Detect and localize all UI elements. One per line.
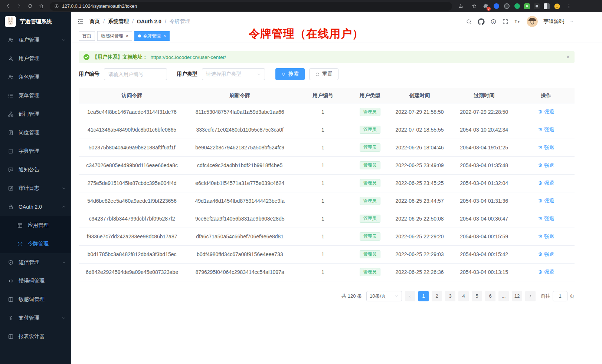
close-icon[interactable]: × [566, 54, 570, 60]
user-name[interactable]: 芋道源码 [543, 18, 564, 25]
people-icon [8, 37, 14, 43]
goto-label: 前往 [541, 293, 550, 300]
more-pages-button[interactable]: ... [498, 291, 509, 301]
sidebar-item-sms[interactable]: 短信管理 [0, 253, 71, 272]
refresh-token: 333ecfc71e02480cb11055c875c3ca0f [185, 121, 294, 139]
created-time: 2022-06-25 22:29:03 [389, 245, 451, 263]
search-button[interactable]: 搜索 [275, 68, 305, 80]
bookmark-star-icon[interactable] [469, 2, 479, 11]
forward-icon[interactable] [14, 2, 24, 11]
force-logout-button[interactable]: 强退 [538, 109, 554, 115]
sidebar-item-post[interactable]: 岗位管理 [0, 123, 71, 142]
fullscreen-icon[interactable] [502, 19, 508, 25]
sidebar-item-oauth2-app[interactable]: 应用管理 [0, 216, 71, 235]
prev-page-button[interactable] [405, 291, 415, 301]
share-icon[interactable] [456, 2, 465, 11]
page-button[interactable]: 4 [458, 291, 469, 301]
force-logout-button[interactable]: 强退 [538, 162, 554, 169]
force-logout-button[interactable]: 强退 [538, 269, 554, 275]
refresh-icon[interactable] [25, 2, 35, 11]
sidebar-item-label: 租户管理 [19, 37, 39, 43]
tags-view: 首页 敏感词管理 × 令牌管理 × [71, 31, 602, 43]
refresh-token: b0df4980ffd34c67a08f9156e4eee733 [185, 245, 294, 263]
sidebar-item-role[interactable]: 角色管理 [0, 68, 71, 86]
sidebar-item-pay[interactable]: 支付管理 [0, 309, 71, 327]
browser-menu-icon[interactable] [564, 2, 574, 11]
extension-icon-split[interactable] [543, 3, 550, 10]
sidebar-item-dept[interactable]: 部门管理 [0, 105, 71, 123]
force-logout-label: 强退 [544, 233, 554, 240]
sidebar-item-error-code[interactable]: 错误码管理 [0, 272, 71, 290]
home-icon[interactable] [36, 2, 46, 11]
doc-link[interactable]: https://doc.iocoder.cn/user-center/ [151, 54, 226, 60]
book-icon [8, 148, 14, 154]
close-icon[interactable]: × [126, 34, 128, 38]
tab-sensitive-word[interactable]: 敏感词管理 × [97, 31, 132, 41]
column-header: 访问令牌 [79, 88, 185, 103]
force-logout-button[interactable]: 强退 [538, 215, 554, 222]
expire-time: 2054-03-04 00:15:42 [451, 245, 517, 263]
table-row: 6d842e2924594de9a09e45e087323abe 8796295… [79, 263, 575, 281]
sidebar-item-report-designer[interactable]: 报表设计器 [0, 327, 71, 346]
extension-icon-green[interactable] [514, 3, 520, 10]
sidebar-item-user[interactable]: 用户管理 [0, 49, 71, 68]
address-bar[interactable]: 127.0.0.1:1024/system/oauth2/token [50, 2, 452, 11]
force-logout-button[interactable]: 强退 [538, 126, 554, 133]
help-icon[interactable]: ? [490, 19, 497, 25]
avatar[interactable] [527, 16, 538, 27]
force-logout-button[interactable]: 强退 [538, 144, 554, 151]
breadcrumb-separator: / [165, 19, 166, 24]
tab-token[interactable]: 令牌管理 × [134, 31, 170, 41]
user-type-tag: 管理员 [360, 161, 380, 170]
app-logo[interactable]: 芋道管理系统 [0, 12, 71, 31]
force-logout-button[interactable]: 强退 [538, 198, 554, 204]
github-icon[interactable] [478, 18, 485, 25]
table-row: 502375b8040a469a9b82188afdf6af1f be90422… [79, 139, 575, 156]
tab-home[interactable]: 首页 [79, 31, 95, 41]
extensions-puzzle-icon[interactable]: 0 [482, 3, 489, 10]
sidebar-item-dict[interactable]: 字典管理 [0, 142, 71, 161]
page-size-select[interactable]: 10条/页 [366, 291, 402, 301]
back-icon[interactable] [3, 2, 13, 11]
extension-icon-dark-square[interactable] [534, 3, 540, 9]
reset-button[interactable]: 重置 [309, 68, 338, 80]
page-button[interactable]: 3 [445, 291, 455, 301]
goto-page-input[interactable] [553, 291, 567, 301]
browser-profile-avatar[interactable] [554, 3, 560, 10]
breadcrumb-item[interactable]: 系统管理 [108, 18, 129, 25]
sidebar-item-sensitive-word[interactable]: 敏感词管理 [0, 290, 71, 309]
page-button[interactable]: 6 [485, 291, 495, 301]
breadcrumb-item[interactable]: 首页 [89, 18, 100, 25]
chevron-down-icon[interactable] [570, 20, 574, 24]
chevron-down-icon [62, 186, 66, 191]
page-button[interactable]: 2 [432, 291, 442, 301]
extension-icon-blue[interactable] [493, 3, 500, 10]
user-type-tag: 管理员 [360, 250, 380, 259]
force-logout-button[interactable]: 强退 [538, 251, 554, 258]
user-type-select[interactable]: 请选择用户类型 [202, 68, 265, 80]
actions: 强退 [517, 121, 575, 139]
sidebar-item-oauth2-token[interactable]: 令牌管理 [0, 235, 71, 253]
sidebar-item-oauth2[interactable]: OAuth 2.0 [0, 198, 71, 216]
sidebar-item-audit-log[interactable]: 审计日志 [0, 179, 71, 198]
page-button[interactable]: 5 [472, 291, 482, 301]
page-button[interactable]: 1 [418, 291, 429, 301]
sidebar-item-notice[interactable]: 通知公告 [0, 161, 71, 179]
font-size-icon[interactable]: TT [514, 19, 521, 25]
refresh-icon [315, 72, 320, 77]
breadcrumb-item[interactable]: OAuth 2.0 [137, 19, 161, 24]
site-info-icon[interactable] [54, 4, 59, 9]
sidebar-item-tenant[interactable]: 租户管理 [0, 31, 71, 49]
next-page-button[interactable] [525, 291, 536, 301]
close-icon[interactable]: × [163, 34, 166, 38]
sidebar-item-menu[interactable]: 菜单管理 [0, 86, 71, 105]
extension-icon-dark[interactable] [503, 3, 510, 10]
sidebar-fold-icon[interactable] [77, 18, 84, 25]
search-icon[interactable] [466, 19, 472, 25]
user-id-input[interactable] [104, 68, 167, 80]
force-logout-button[interactable]: 强退 [538, 180, 554, 186]
page-button[interactable]: 12 [512, 291, 522, 301]
extension-icon-green-square[interactable]: ✕ [524, 3, 530, 9]
user-id: 1 [294, 139, 351, 156]
force-logout-button[interactable]: 强退 [538, 233, 554, 240]
